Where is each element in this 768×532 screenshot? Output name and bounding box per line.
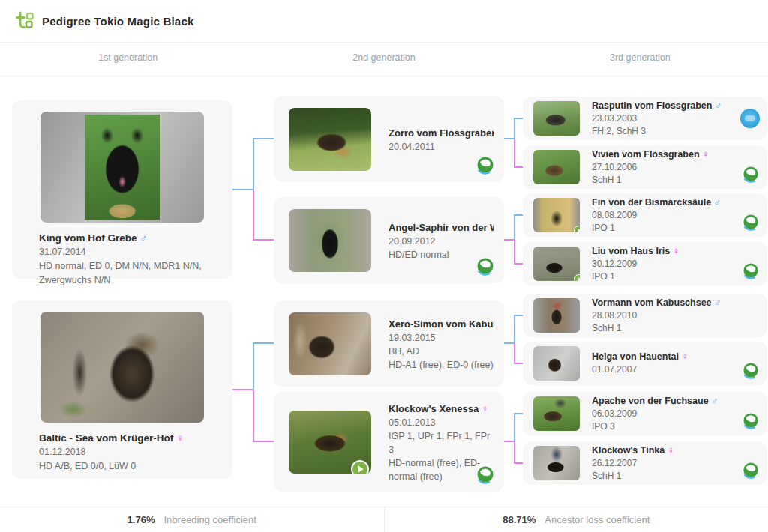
pedigree-connector <box>253 441 274 442</box>
working-dog-profile-icon[interactable] <box>476 465 495 485</box>
app-logo-icon[interactable] <box>15 11 34 31</box>
pedigree-connector <box>504 441 514 442</box>
dog-card-xero-simon[interactable]: Xero-Simon vom Kabus... 19.03.2015 BH, A… <box>274 300 504 387</box>
dog-birthdate: 26.12.2007 <box>592 457 737 470</box>
dog-card-liu-vom-haus-iris[interactable]: Liu vom Haus Iris ♀ 30.12.2009 IPO 1 <box>523 242 767 285</box>
kkl-badge-icon[interactable] <box>740 109 760 128</box>
pedigree-connector <box>514 215 515 240</box>
dog-card-klockows-xenessa[interactable]: Klockow's Xenessa ♀ 05.01.2013 IGP 1, UP… <box>274 392 504 492</box>
dog-birthdate: 01.12.2018 <box>39 445 218 459</box>
pedigree-connector <box>514 343 515 364</box>
dog-titles: IPO 3 <box>592 420 737 433</box>
dog-name: Xero-Simon vom Kabus... <box>388 316 494 330</box>
dog-titles: SchH 1 <box>592 174 737 187</box>
male-icon: ♂ <box>140 232 147 244</box>
dog-photo[interactable] <box>533 247 580 281</box>
dog-photo[interactable] <box>533 346 580 381</box>
pedigree-connector <box>514 240 515 265</box>
dog-titles: FH 2, SchH 3 <box>592 125 737 138</box>
working-dog-profile-icon[interactable] <box>742 214 760 232</box>
dog-name: Vormann vom Kabuschsee ♂ <box>592 297 737 309</box>
dog-name: Zorro vom Flossgraben ... <box>388 125 494 139</box>
dog-photo[interactable] <box>289 209 371 272</box>
dog-card-rasputin-vom-flossgraben[interactable]: Rasputin vom Flossgraben ♂ 23.03.2003 FH… <box>523 97 767 140</box>
female-icon: ♀ <box>668 445 674 456</box>
video-play-icon[interactable] <box>351 460 369 474</box>
dog-health-info: HD normal, ED 0, DM N/N, MDR1 N/N, Zwerg… <box>39 259 218 288</box>
dog-name: Vivien vom Flossgraben ♀ <box>592 148 737 161</box>
dog-health-info: HD A/B, ED 0/0, LüW 0 <box>39 459 218 474</box>
pedigree-connector <box>514 315 515 343</box>
dog-photo[interactable] <box>40 312 204 423</box>
dog-name: Liu vom Haus Iris ♀ <box>592 245 737 258</box>
dog-titles: IPO 1 <box>592 270 737 283</box>
dog-card-king-vom-hof-grebe[interactable]: King vom Hof Grebe ♂ 31.07.2014 HD norma… <box>12 100 232 279</box>
pedigree-connector <box>253 390 254 441</box>
dog-titles: SchH 1 <box>592 470 737 483</box>
dog-photo[interactable] <box>533 298 580 333</box>
working-dog-profile-icon[interactable] <box>476 257 495 276</box>
dog-name: Rasputin vom Flossgraben ♂ <box>592 100 737 112</box>
dog-card-helga-von-hauental[interactable]: Helga von Hauental ♀ 01.07.2007 <box>523 342 767 385</box>
pedigree-connector <box>253 343 254 390</box>
pedigree-connector <box>253 239 274 241</box>
dog-card-angel-saphir[interactable]: Angel-Saphir von der W... 20.09.2012 HD/… <box>274 197 504 283</box>
dog-photo[interactable] <box>533 198 580 232</box>
dog-photo[interactable] <box>40 112 204 223</box>
dog-birthdate: 06.03.2009 <box>592 408 737 420</box>
dog-birthdate: 20.04.2011 <box>388 139 494 153</box>
pedigree-connector <box>253 139 254 190</box>
tab-2nd-generation[interactable]: 2nd generation <box>256 43 512 73</box>
female-icon: ♀ <box>673 246 680 256</box>
pedigree-connector <box>514 118 515 139</box>
pedigree-connector <box>253 342 274 344</box>
inbreeding-value: 1.76% <box>128 514 155 525</box>
female-icon: ♀ <box>482 402 489 414</box>
dog-photo[interactable] <box>533 446 580 480</box>
dog-photo[interactable] <box>533 101 580 136</box>
pedigree-connector <box>514 166 523 168</box>
working-dog-profile-icon[interactable] <box>742 166 760 184</box>
male-icon: ♂ <box>714 297 721 308</box>
dog-card-klockows-tinka[interactable]: Klockow's Tinka ♀ 26.12.2007 SchH 1 <box>523 441 767 485</box>
ancestor-loss-coefficient: 88.71% Ancestor loss coefficient <box>384 507 768 532</box>
dog-photo[interactable] <box>289 411 371 474</box>
tab-1st-generation[interactable]: 1st generation <box>0 43 256 73</box>
dog-birthdate: 01.07.2007 <box>592 363 737 376</box>
pedigree-connector <box>514 263 523 265</box>
dog-photo[interactable] <box>533 396 580 431</box>
dog-photo[interactable] <box>289 108 371 171</box>
dog-card-vivien-vom-flossgraben[interactable]: Vivien vom Flossgraben ♀ 27.10.2006 SchH… <box>523 145 767 189</box>
dog-card-zorro-vom-flossgraben[interactable]: Zorro vom Flossgraben ... 20.04.2011 <box>274 96 504 182</box>
dog-photo[interactable] <box>533 150 580 184</box>
pedigree-connector <box>504 239 514 241</box>
working-dog-profile-icon[interactable] <box>742 412 760 430</box>
female-icon: ♀ <box>176 432 184 444</box>
pedigree-connector <box>514 315 523 316</box>
dog-photo[interactable] <box>289 312 371 375</box>
pedigree-page: Pedigree Tokio Magic Black 1st generatio… <box>0 0 768 532</box>
dog-birthdate: 30.12.2009 <box>592 258 737 270</box>
dog-card-apache-von-der-fuchsaue[interactable]: Apache von der Fuchsaue ♂ 06.03.2009 IPO… <box>523 392 767 435</box>
dog-birthdate: 31.07.2014 <box>39 245 218 259</box>
pedigree-connector <box>504 342 514 344</box>
tab-3rd-generation[interactable]: 3rd generation <box>512 43 768 73</box>
video-play-icon[interactable] <box>574 226 580 232</box>
dog-name: King vom Hof Grebe ♂ <box>39 231 218 245</box>
dog-name: Klockow's Xenessa ♀ <box>388 401 494 415</box>
pedigree-connector <box>514 441 515 463</box>
dog-birthdate: 20.09.2012 <box>388 234 494 247</box>
dog-card-baltic-sea-vom-krueger-hof[interactable]: Baltic - Sea vom Krüger-Hof ♀ 01.12.2018… <box>12 300 232 479</box>
dog-card-vormann-vom-kabuschsee[interactable]: Vormann vom Kabuschsee ♂ 28.08.2010 SchH… <box>523 294 767 337</box>
working-dog-profile-icon[interactable] <box>742 362 760 380</box>
video-play-icon[interactable] <box>574 274 580 281</box>
dog-card-fin-von-der-bismarcksaeule[interactable]: Fin von der Bismarcksäule ♂ 08.08.2009 I… <box>523 193 767 237</box>
dog-health-info: HD-A1 (free), ED-0 (free) <box>388 357 494 371</box>
working-dog-profile-icon[interactable] <box>742 462 760 480</box>
pedigree-tree: King vom Hof Grebe ♂ 31.07.2014 HD norma… <box>0 73 768 507</box>
working-dog-profile-icon[interactable] <box>476 156 495 175</box>
pedigree-connector <box>253 190 254 241</box>
male-icon: ♂ <box>715 100 722 111</box>
working-dog-profile-icon[interactable] <box>742 262 760 280</box>
dog-birthdate: 28.08.2010 <box>592 309 737 322</box>
